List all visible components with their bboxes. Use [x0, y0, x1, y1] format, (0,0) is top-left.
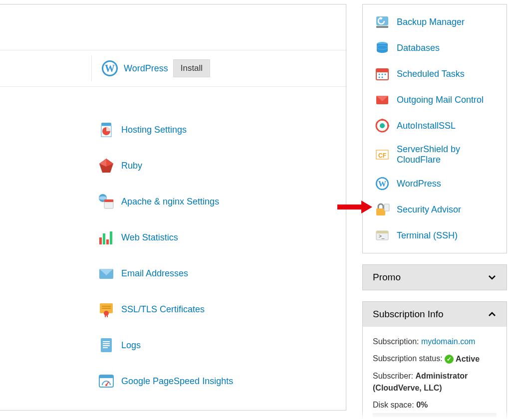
- side-scheduled-tasks[interactable]: Scheduled Tasks: [375, 66, 495, 81]
- side-backup-manager[interactable]: Backup Manager: [375, 14, 495, 29]
- tool-ruby[interactable]: Ruby: [97, 148, 346, 184]
- side-label: Databases: [397, 43, 440, 53]
- tool-label: Apache & nginx Settings: [121, 197, 219, 207]
- mail-icon: [97, 264, 115, 282]
- svg-rect-23: [105, 314, 106, 317]
- svg-rect-16: [110, 231, 112, 244]
- logs-icon: [97, 336, 115, 354]
- tool-hosting-settings[interactable]: Hosting Settings: [97, 112, 346, 148]
- subscription-body: Subscription: mydomain.com Subscription …: [363, 327, 507, 420]
- status-badge: ✓ Active: [445, 353, 480, 365]
- svg-rect-27: [103, 343, 110, 344]
- side-label: WordPress: [397, 179, 441, 189]
- svg-rect-57: [376, 209, 385, 215]
- tool-label: Google PageSpeed Insights: [121, 376, 233, 387]
- svg-point-10: [99, 197, 107, 200]
- side-servershield[interactable]: CF ServerShield by CloudFlare: [375, 144, 495, 165]
- svg-rect-21: [102, 308, 111, 309]
- side-label: Terminal (SSH): [397, 230, 458, 241]
- svg-rect-13: [99, 237, 102, 244]
- tool-email-addresses[interactable]: Email Addresses: [97, 255, 346, 291]
- svg-rect-31: [99, 375, 113, 378]
- tool-label: Web Statistics: [121, 232, 178, 243]
- tool-label: SSL/TLS Certificates: [121, 304, 205, 315]
- svg-rect-58: [384, 204, 389, 211]
- svg-rect-15: [106, 239, 109, 244]
- backup-icon: [375, 14, 390, 29]
- side-wordpress[interactable]: W WordPress: [375, 176, 495, 191]
- disk-pct: 0%: [416, 401, 428, 409]
- subscription-label: Subscription:: [373, 337, 421, 346]
- wordpress-icon: W: [101, 59, 119, 77]
- annotation-arrow: [337, 201, 372, 213]
- side-label: Security Advisor: [397, 205, 461, 215]
- chevron-down-icon: [488, 273, 497, 282]
- ruby-icon: [97, 157, 115, 175]
- side-label: AutoInstallSSL: [397, 121, 456, 131]
- server-settings-icon: [97, 193, 115, 210]
- tool-label: Email Addresses: [121, 268, 188, 279]
- svg-text:W: W: [105, 63, 115, 74]
- subscription-domain[interactable]: mydomain.com: [421, 337, 475, 346]
- stats-icon: [97, 228, 115, 246]
- svg-point-33: [105, 384, 107, 386]
- subscription-title: Subscription Info: [373, 309, 444, 320]
- side-terminal-ssh[interactable]: >_ Terminal (SSH): [375, 228, 495, 243]
- svg-point-50: [381, 119, 383, 121]
- subscriber-label: Subscriber:: [373, 372, 415, 380]
- tool-label: Hosting Settings: [121, 125, 187, 135]
- tool-label: Logs: [121, 340, 141, 351]
- side-label: Outgoing Mail Control: [397, 95, 484, 105]
- status-value: Active: [456, 353, 480, 365]
- svg-rect-28: [103, 345, 110, 346]
- side-outgoing-mail[interactable]: Outgoing Mail Control: [375, 92, 495, 107]
- install-button[interactable]: Install: [173, 59, 210, 77]
- svg-rect-14: [103, 233, 105, 244]
- side-autoinstallssl[interactable]: AutoInstallSSL: [375, 118, 495, 133]
- mail-red-icon: [375, 92, 390, 107]
- wordpress-link[interactable]: WordPress: [124, 63, 168, 74]
- top-blank-row: [0, 4, 346, 50]
- svg-rect-40: [376, 69, 388, 72]
- side-label: Scheduled Tasks: [397, 69, 465, 79]
- check-icon: ✓: [445, 355, 454, 364]
- svg-text:W: W: [378, 180, 386, 188]
- sidebar: Backup Manager Databases Scheduled Tasks…: [362, 4, 507, 420]
- tool-pagespeed[interactable]: Google PageSpeed Insights: [97, 363, 346, 399]
- promo-header[interactable]: Promo: [363, 265, 507, 290]
- svg-point-51: [387, 125, 389, 127]
- svg-point-49: [380, 123, 385, 128]
- tool-logs[interactable]: Logs: [97, 327, 346, 363]
- hosting-icon: [97, 121, 115, 139]
- subscription-header[interactable]: Subscription Info: [363, 302, 507, 327]
- cloudflare-icon: CF: [375, 147, 390, 162]
- wordpress-row: W WordPress Install: [0, 50, 346, 87]
- calendar-icon: [375, 66, 390, 81]
- tool-apache-nginx[interactable]: Apache & nginx Settings: [97, 184, 346, 219]
- side-tools-panel: Backup Manager Databases Scheduled Tasks…: [362, 4, 507, 253]
- side-security-advisor[interactable]: Security Advisor: [375, 202, 495, 217]
- left-cell-blank: [0, 55, 92, 81]
- status-label: Subscription status:: [373, 354, 445, 363]
- svg-rect-12: [104, 200, 113, 202]
- svg-rect-36: [376, 26, 388, 28]
- autossl-icon: [375, 118, 390, 133]
- cert-icon: [97, 300, 115, 318]
- side-label: Backup Manager: [397, 17, 465, 27]
- svg-rect-3: [101, 123, 111, 126]
- disk-label: Disk space:: [373, 401, 416, 409]
- pagespeed-icon: [97, 372, 115, 390]
- wordpress-icon: W: [375, 176, 390, 191]
- security-icon: [375, 202, 390, 217]
- promo-accordion: Promo: [362, 264, 507, 290]
- main-panel: W WordPress Install Hosting Settings Rub…: [0, 4, 346, 411]
- svg-rect-20: [102, 306, 111, 307]
- tool-list: Hosting Settings Ruby Apache & nginx Set…: [0, 106, 346, 410]
- tool-label: Ruby: [121, 161, 142, 171]
- side-databases[interactable]: Databases: [375, 40, 495, 55]
- svg-text:>_: >_: [379, 233, 385, 239]
- tool-ssl-certificates[interactable]: SSL/TLS Certificates: [97, 291, 346, 327]
- terminal-icon: >_: [375, 228, 390, 243]
- tool-web-statistics[interactable]: Web Statistics: [97, 219, 346, 255]
- svg-rect-26: [103, 341, 110, 342]
